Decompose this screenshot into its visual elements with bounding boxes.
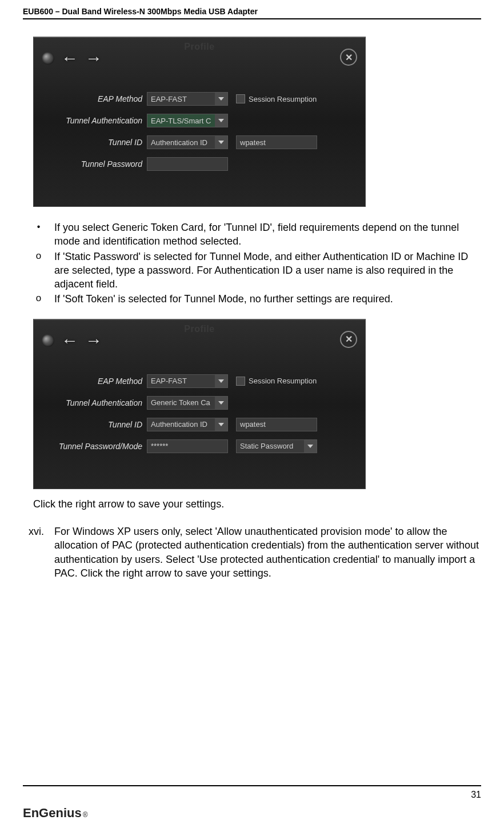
chevron-down-icon bbox=[215, 136, 227, 149]
tunnel-password-mode-input[interactable]: ****** bbox=[147, 439, 228, 453]
tunnel-password-mode-row: Tunnel Password/Mode ****** Static Passw… bbox=[45, 436, 354, 457]
sub-marker: o bbox=[23, 250, 54, 291]
tunnel-password-mode-text: ****** bbox=[151, 442, 168, 450]
page-footer: 31 EnGenius® bbox=[23, 785, 481, 821]
session-resumption-checkbox[interactable]: Session Resumption bbox=[236, 377, 317, 386]
eap-method-select[interactable]: EAP-FAST bbox=[147, 92, 228, 106]
chevron-down-icon bbox=[215, 375, 227, 387]
chevron-down-icon bbox=[215, 418, 227, 431]
tunnel-auth-value: Generic Token Ca bbox=[151, 398, 210, 407]
tunnel-id-input[interactable]: wpatest bbox=[236, 135, 317, 149]
save-instruction: Click the right arrow to save your setti… bbox=[33, 497, 481, 511]
tunnel-password-mode-label: Tunnel Password/Mode bbox=[45, 442, 147, 451]
sub-text-2: If 'Soft Token' is selected for Tunnel M… bbox=[54, 292, 481, 306]
brand-name: EnGenius bbox=[23, 806, 82, 821]
tunnel-auth-value: EAP-TLS/Smart C bbox=[151, 117, 211, 125]
back-arrow-icon[interactable]: ← bbox=[61, 50, 78, 67]
tunnel-mode-value: Static Password bbox=[240, 442, 293, 450]
close-icon[interactable]: ✕ bbox=[340, 331, 357, 348]
tunnel-id-text: wpatest bbox=[240, 420, 266, 429]
close-icon[interactable]: ✕ bbox=[340, 49, 357, 66]
tunnel-id-text: wpatest bbox=[240, 138, 266, 147]
profile-panel-2: Profile ← → ✕ EAP Method EAP-FAST Sessio… bbox=[33, 319, 366, 489]
bullet-text-1: If you select Generic Token Card, for 'T… bbox=[54, 221, 481, 249]
back-arrow-icon[interactable]: ← bbox=[61, 332, 78, 349]
session-resumption-label: Session Resumption bbox=[249, 95, 317, 103]
sub-marker: o bbox=[23, 292, 54, 306]
tunnel-password-row: Tunnel Password bbox=[45, 154, 354, 174]
chevron-down-icon bbox=[215, 397, 227, 409]
tunnel-auth-select[interactable]: EAP-TLS/Smart C bbox=[147, 114, 228, 127]
tunnel-id-row: Tunnel ID Authentication ID wpatest bbox=[45, 132, 354, 153]
profile-panel-1: Profile ← → ✕ EAP Method EAP-FAST Sessio… bbox=[33, 37, 366, 207]
chevron-down-icon bbox=[215, 114, 227, 127]
chevron-down-icon bbox=[215, 93, 227, 105]
chevron-down-icon bbox=[304, 440, 317, 453]
eap-method-value: EAP-FAST bbox=[151, 95, 187, 103]
tunnel-auth-select[interactable]: Generic Token Ca bbox=[147, 396, 228, 410]
tunnel-id-row: Tunnel ID Authentication ID wpatest bbox=[45, 414, 354, 435]
tunnel-id-label: Tunnel ID bbox=[45, 138, 147, 147]
sub-text-1: If 'Static Password' is selected for Tun… bbox=[54, 250, 481, 291]
eap-method-row: EAP Method EAP-FAST Session Resumption bbox=[45, 89, 354, 109]
instruction-list: If you select Generic Token Card, for 'T… bbox=[23, 221, 481, 306]
tunnel-auth-label: Tunnel Authentication bbox=[45, 398, 147, 407]
registered-icon: ® bbox=[83, 811, 88, 819]
tunnel-mode-select[interactable]: Static Password bbox=[236, 439, 317, 453]
document-header: EUB600 – Dual Band Wireless-N 300Mbps Me… bbox=[23, 7, 481, 19]
page-number: 31 bbox=[23, 790, 481, 800]
tunnel-auth-row: Tunnel Authentication EAP-TLS/Smart C bbox=[45, 110, 354, 131]
tunnel-id-sel-value: Authentication ID bbox=[151, 138, 207, 147]
eap-method-value: EAP-FAST bbox=[151, 377, 187, 385]
eap-method-label: EAP Method bbox=[45, 94, 147, 103]
eap-method-select[interactable]: EAP-FAST bbox=[147, 374, 228, 388]
tunnel-id-label: Tunnel ID bbox=[45, 420, 147, 429]
forward-arrow-icon[interactable]: → bbox=[85, 50, 102, 67]
brand-logo: EnGenius® bbox=[23, 806, 481, 821]
step-marker: xvi. bbox=[23, 525, 54, 580]
step-text: For Windows XP users only, select 'Allow… bbox=[54, 525, 481, 580]
tunnel-id-select[interactable]: Authentication ID bbox=[147, 135, 228, 149]
tunnel-id-sel-value: Authentication ID bbox=[151, 420, 207, 429]
session-resumption-label: Session Resumption bbox=[249, 377, 317, 385]
record-icon[interactable] bbox=[42, 52, 54, 65]
checkbox-icon bbox=[236, 94, 245, 103]
checkbox-icon bbox=[236, 377, 245, 386]
session-resumption-checkbox[interactable]: Session Resumption bbox=[236, 94, 317, 103]
bullet-marker bbox=[23, 221, 54, 249]
forward-arrow-icon[interactable]: → bbox=[85, 332, 102, 349]
eap-method-label: EAP Method bbox=[45, 377, 147, 386]
tunnel-auth-row: Tunnel Authentication Generic Token Ca bbox=[45, 393, 354, 413]
step-xvi: xvi. For Windows XP users only, select '… bbox=[23, 525, 481, 580]
tunnel-password-label: Tunnel Password bbox=[45, 159, 147, 169]
eap-method-row: EAP Method EAP-FAST Session Resumption bbox=[45, 371, 354, 391]
record-icon[interactable] bbox=[42, 334, 54, 347]
tunnel-id-select[interactable]: Authentication ID bbox=[147, 418, 228, 431]
tunnel-id-input[interactable]: wpatest bbox=[236, 418, 317, 431]
tunnel-auth-label: Tunnel Authentication bbox=[45, 116, 147, 125]
tunnel-password-input[interactable] bbox=[147, 157, 228, 171]
footer-divider bbox=[23, 785, 481, 786]
